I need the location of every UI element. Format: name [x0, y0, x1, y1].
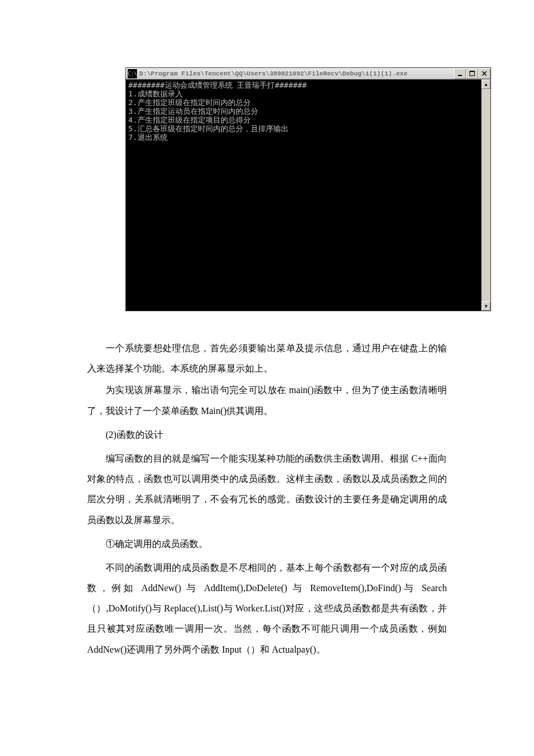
console-window: C:\ D:\Program Files\Tencent\QQ\Users\38… [125, 67, 491, 311]
window-title: D:\Program Files\Tencent\QQ\Users\389821… [139, 70, 454, 77]
minimize-button[interactable] [454, 69, 466, 79]
maximize-button[interactable] [466, 69, 478, 79]
paragraph: 编写函数的目的就是编写一个能实现某种功能的函数供主函数调用。根据 C++面向对象… [87, 448, 447, 530]
console-body: ########运动会成绩管理系统 王晋瑞手打####### 1.成绩数据录入 … [126, 80, 490, 311]
console-line: 2.产生指定班级在指定时间内的总分 [128, 98, 251, 107]
console-line: 3.产生指定运动员在指定时间内的总分 [128, 107, 258, 116]
svg-rect-0 [458, 75, 462, 76]
svg-rect-2 [470, 71, 475, 72]
console-line: 7.退出系统 [128, 133, 168, 142]
document-body: 一个系统要想处理信息，首先必须要输出菜单及提示信息，通过用户在键盘上的输入来选择… [87, 338, 447, 661]
paragraph: 不同的函数调用的成员函数是不尽相同的，基本上每个函数都有一个对应的成员函数，例如… [87, 557, 447, 660]
app-icon: C:\ [128, 69, 137, 78]
scrollbar[interactable]: ▲ ▼ [481, 80, 490, 311]
window-titlebar: C:\ D:\Program Files\Tencent\QQ\Users\38… [126, 68, 490, 80]
subsection-heading: ①确定调用的成员函数。 [87, 534, 447, 554]
console-line: 4.产生指定班级在指定项目的总得分 [128, 116, 251, 124]
paragraph: 一个系统要想处理信息，首先必须要输出菜单及提示信息，通过用户在键盘上的输入来选择… [87, 338, 447, 379]
console-line: 5.汇总各班级在指定时间内的总分，且排序输出 [128, 124, 288, 133]
scroll-down-icon[interactable]: ▼ [482, 301, 490, 311]
section-heading: (2)函数的设计 [87, 424, 447, 445]
window-controls [454, 69, 490, 79]
scroll-up-icon[interactable]: ▲ [482, 80, 490, 89]
paragraph: 为实现该屏幕显示，输出语句完全可以放在 main()函数中，但为了使主函数清晰明… [87, 380, 447, 420]
console-line: ########运动会成绩管理系统 王晋瑞手打####### [128, 81, 306, 89]
console-output: ########运动会成绩管理系统 王晋瑞手打####### 1.成绩数据录入 … [126, 80, 481, 311]
console-line: 1.成绩数据录入 [128, 89, 183, 98]
close-button[interactable] [478, 69, 490, 79]
